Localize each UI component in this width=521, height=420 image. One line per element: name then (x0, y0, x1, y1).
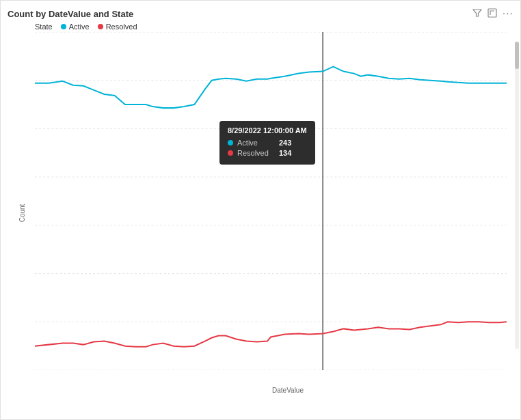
y-axis-label: Count (18, 204, 26, 223)
scrollbar-thumb[interactable] (515, 42, 519, 69)
svg-marker-0 (473, 10, 481, 16)
x-axis-label: DateValue (272, 387, 304, 394)
legend-dot-active (61, 24, 66, 29)
chart-container: Count by DateValue and State ··· State A… (0, 0, 521, 420)
chart-area: Count 260 240 220 200 1 (8, 32, 513, 394)
chart-svg-wrapper: 260 240 220 200 180 160 140 120 Apr 2022… (35, 32, 507, 370)
legend-state-label: State (35, 23, 53, 31)
chart-svg: 260 240 220 200 180 160 140 120 Apr 2022… (35, 32, 507, 370)
legend-label-active: Active (69, 23, 90, 31)
scrollbar[interactable] (515, 42, 519, 349)
svg-rect-1 (488, 9, 496, 17)
legend-item-resolved: Resolved (98, 23, 137, 31)
legend: State Active Resolved (8, 23, 513, 31)
expand-icon[interactable] (487, 8, 497, 20)
chart-icons: ··· (472, 8, 513, 20)
legend-item-active: Active (61, 23, 90, 31)
filter-icon[interactable] (472, 8, 482, 20)
legend-label-resolved: Resolved (106, 23, 137, 31)
more-icon[interactable]: ··· (503, 8, 513, 20)
chart-header: Count by DateValue and State ··· (8, 8, 513, 20)
chart-title: Count by DateValue and State (8, 9, 133, 19)
legend-dot-resolved (98, 24, 103, 29)
